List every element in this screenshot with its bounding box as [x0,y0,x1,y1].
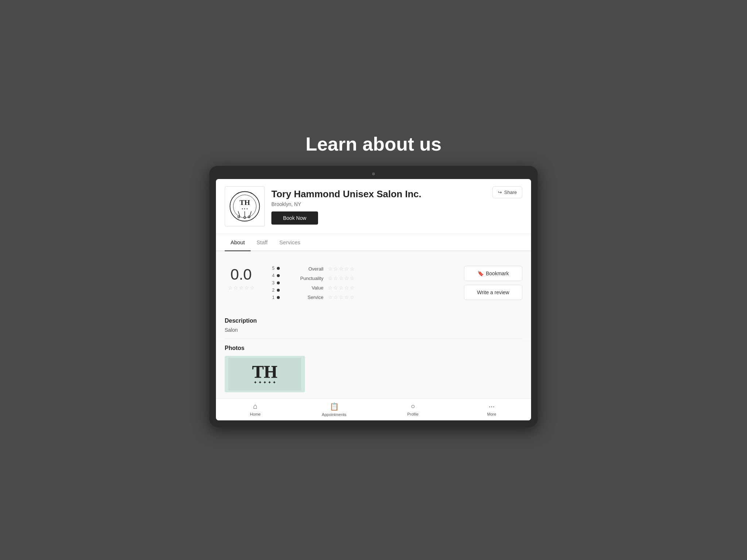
share-icon: ↪ [498,190,502,195]
category-label-value: Value [294,285,324,291]
bar-label-4: 4 [272,273,275,278]
bottom-nav: ⌂ Home 📋 Appointments ○ Profile ··· More [216,398,531,420]
bar-label-1: 1 [272,295,275,300]
category-label-overall: Overall [294,266,324,272]
bar-dot-4 [277,274,280,277]
overall-stars: ☆ ☆ ☆ ☆ ☆ [225,285,258,291]
rating-bars: 5 4 3 2 [272,266,280,300]
star-2: ☆ [233,285,238,291]
bar-dot-5 [277,267,280,270]
category-stars-service: ☆☆☆☆☆ [328,294,355,300]
category-service: Service ☆☆☆☆☆ [294,294,449,300]
rating-score: 0.0 ☆ ☆ ☆ ☆ ☆ [225,266,258,291]
category-label-service: Service [294,295,324,300]
nav-home-label: Home [250,412,260,416]
svg-text:TH: TH [252,362,277,381]
tablet-screen: TH ✦ ✦ ✦ Tory Hammond Unisex Salon Inc. … [216,179,531,420]
description-text: Salon [225,327,522,333]
tablet-frame: TH ✦ ✦ ✦ Tory Hammond Unisex Salon Inc. … [209,166,538,427]
star-5: ☆ [250,285,255,291]
tab-staff[interactable]: Staff [251,234,274,251]
star-1: ☆ [228,285,233,291]
share-button[interactable]: ↪ Share [492,186,522,198]
star-3: ☆ [239,285,244,291]
category-stars-value: ☆☆☆☆☆ [328,285,355,291]
description-section: Description Salon [216,318,531,339]
svg-text:✦ ✦ ✦ ✦ ✦: ✦ ✦ ✦ ✦ ✦ [253,380,276,385]
nav-more[interactable]: ··· More [452,402,531,417]
svg-text:TH: TH [240,198,250,206]
tabs-bar: About Staff Services [216,234,531,251]
bar-row-2: 2 [272,288,280,293]
nav-more-label: More [487,412,496,416]
nav-profile-label: Profile [407,412,418,416]
business-header: TH ✦ ✦ ✦ Tory Hammond Unisex Salon Inc. … [216,179,531,234]
nav-profile[interactable]: ○ Profile [374,402,452,417]
appointments-icon: 📋 [330,402,339,411]
bar-dot-3 [277,281,280,284]
write-review-label: Write a review [477,289,509,295]
profile-icon: ○ [411,402,415,411]
share-label: Share [504,190,517,195]
business-name: Tory Hammond Unisex Salon Inc. [271,188,486,200]
bookmark-button[interactable]: 🔖 Bookmark [464,266,522,281]
description-title: Description [225,318,522,324]
business-location: Brooklyn, NY [271,201,486,207]
bar-dot-1 [277,296,280,299]
svg-line-8 [250,211,252,217]
book-now-button[interactable]: Book Now [271,211,318,225]
tablet-camera [372,172,375,175]
business-logo: TH ✦ ✦ ✦ [225,186,265,226]
bar-label-5: 5 [272,266,275,271]
nav-home[interactable]: ⌂ Home [216,402,295,417]
svg-text:✦ ✦ ✦: ✦ ✦ ✦ [241,207,248,210]
category-label-punctuality: Punctuality [294,276,324,281]
home-icon: ⌂ [253,402,258,411]
bar-dot-2 [277,289,280,292]
bar-row-5: 5 [272,266,280,271]
rating-overview: 0.0 ☆ ☆ ☆ ☆ ☆ 5 [225,260,522,309]
bar-label-3: 3 [272,280,275,285]
category-value: Value ☆☆☆☆☆ [294,285,449,291]
write-review-button[interactable]: Write a review [464,285,522,300]
tab-services[interactable]: Services [274,234,306,251]
bookmark-icon: 🔖 [477,271,484,276]
nav-appointments-label: Appointments [322,412,346,417]
tab-about[interactable]: About [225,234,251,251]
category-overall: Overall ☆☆☆☆☆ [294,266,449,272]
rating-categories: Overall ☆☆☆☆☆ Punctuality ☆☆☆☆☆ [294,266,449,300]
svg-line-4 [238,211,240,217]
bar-row-4: 4 [272,273,280,278]
rating-actions: 🔖 Bookmark Write a review [464,266,522,300]
nav-appointments[interactable]: 📋 Appointments [295,402,374,417]
more-icon: ··· [489,402,495,411]
category-stars-overall: ☆☆☆☆☆ [328,266,355,272]
star-4: ☆ [244,285,249,291]
bar-label-2: 2 [272,288,275,293]
category-punctuality: Punctuality ☆☆☆☆☆ [294,275,449,281]
page-heading: Learn about us [306,133,442,155]
bar-row-3: 3 [272,280,280,285]
photos-section: Photos TH ✦ ✦ ✦ ✦ ✦ [216,339,531,398]
bookmark-label: Bookmark [486,271,509,276]
rating-number: 0.0 [225,266,258,283]
about-section: 0.0 ☆ ☆ ☆ ☆ ☆ 5 [216,251,531,318]
business-info: Tory Hammond Unisex Salon Inc. Brooklyn,… [271,188,486,225]
category-stars-punctuality: ☆☆☆☆☆ [328,275,355,281]
photos-title: Photos [225,345,522,351]
bar-row-1: 1 [272,295,280,300]
photo-thumbnail[interactable]: TH ✦ ✦ ✦ ✦ ✦ [225,356,305,392]
app-content: TH ✦ ✦ ✦ Tory Hammond Unisex Salon Inc. … [216,179,531,420]
